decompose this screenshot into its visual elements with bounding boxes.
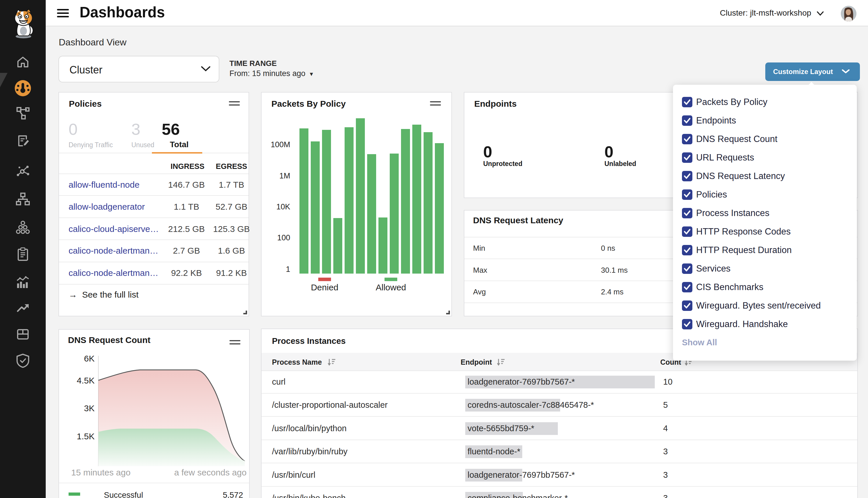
svg-text:15 minutes ago: 15 minutes ago — [71, 468, 130, 477]
svg-text:100M: 100M — [271, 140, 290, 149]
svg-text:Successful: Successful — [104, 490, 143, 498]
svg-text:Allowed: Allowed — [376, 283, 406, 292]
svg-text:100: 100 — [277, 233, 290, 242]
svg-text:3K: 3K — [84, 404, 95, 413]
svg-text:a few seconds ago: a few seconds ago — [174, 468, 247, 477]
svg-text:5,572: 5,572 — [223, 490, 243, 498]
svg-text:10K: 10K — [276, 202, 290, 211]
svg-text:1.5K: 1.5K — [77, 432, 95, 441]
svg-text:Denied: Denied — [311, 283, 338, 292]
svg-text:1M: 1M — [279, 171, 290, 180]
svg-text:6K: 6K — [84, 354, 95, 363]
svg-text:4.5K: 4.5K — [77, 376, 95, 385]
svg-text:1: 1 — [286, 265, 290, 274]
